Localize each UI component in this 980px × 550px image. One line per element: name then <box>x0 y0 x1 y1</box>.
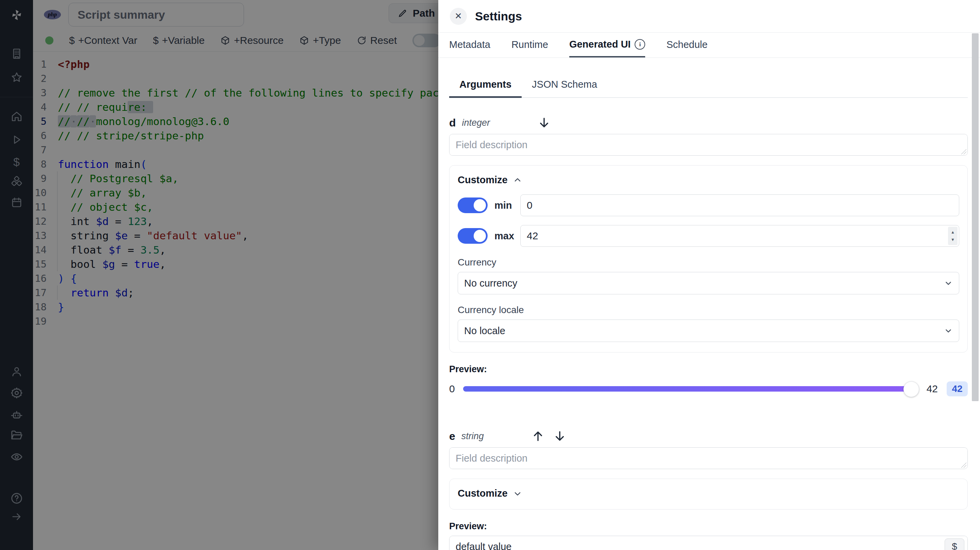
field-e-type: string <box>461 431 484 442</box>
tab-generated-ui[interactable]: Generated UI i <box>569 33 646 57</box>
chevron-up-icon <box>513 176 522 185</box>
min-row: min <box>458 195 959 216</box>
subtab-arguments[interactable]: Arguments <box>449 79 522 98</box>
field-e-header: e string <box>449 430 968 442</box>
chevron-down-icon <box>944 327 953 335</box>
field-d-name: d <box>449 117 456 129</box>
slider-track[interactable] <box>463 386 912 391</box>
settings-panel: ✕ Settings Metadata Runtime Generated UI… <box>438 0 980 550</box>
slider-value-label: 42 <box>927 383 938 395</box>
locale-selected-value: No locale <box>464 325 505 336</box>
field-d-description-input[interactable] <box>449 134 968 156</box>
field-e-name: e <box>449 430 455 442</box>
currency-select[interactable]: No currency <box>458 272 959 294</box>
slider-thumb[interactable] <box>904 381 919 397</box>
field-d-header: d integer <box>449 116 968 129</box>
field-d-customize-toggle[interactable]: Customize <box>458 174 959 185</box>
tab-schedule[interactable]: Schedule <box>666 33 708 57</box>
toggle-knob <box>474 199 486 211</box>
chevron-down-icon <box>944 279 953 288</box>
field-e-description-input[interactable] <box>449 447 968 469</box>
subtab-json-schema[interactable]: JSON Schema <box>522 79 608 98</box>
tab-generated-ui-label: Generated UI <box>569 39 631 50</box>
dollar-icon: $ <box>952 541 957 550</box>
field-d-customize-card: Customize min max ▲ ▼ <box>449 165 968 352</box>
currency-locale-select[interactable]: No locale <box>458 320 959 342</box>
chevron-down-icon <box>513 489 522 498</box>
settings-header: ✕ Settings <box>438 0 980 33</box>
number-spinner[interactable]: ▲ ▼ <box>948 227 958 245</box>
max-toggle[interactable] <box>458 228 488 244</box>
toggle-knob <box>474 230 486 242</box>
modal-overlay[interactable] <box>0 0 438 550</box>
field-e-customize-card: Customize <box>449 479 968 510</box>
max-row: max ▲ ▼ <box>458 225 959 247</box>
tab-metadata-label: Metadata <box>449 39 490 50</box>
close-button[interactable]: ✕ <box>450 8 467 25</box>
field-d-preview-slider: 0 42 42 <box>449 381 968 397</box>
tab-schedule-label: Schedule <box>666 39 708 50</box>
customize-label: Customize <box>458 488 508 499</box>
arguments-subtabs: Arguments JSON Schema <box>449 79 968 98</box>
arrow-down-icon <box>538 116 550 129</box>
arrow-down-icon <box>553 430 566 442</box>
tab-runtime-label: Runtime <box>511 39 548 50</box>
currency-locale-label: Currency locale <box>458 304 959 315</box>
field-e-preview-label: Preview: <box>449 521 968 532</box>
move-down-button[interactable] <box>553 430 566 442</box>
customize-label: Customize <box>458 174 508 185</box>
insert-variable-button[interactable]: $ <box>945 539 964 550</box>
panel-scrollbar[interactable] <box>972 33 978 401</box>
generated-ui-content: Arguments JSON Schema d integer Customiz… <box>438 79 980 550</box>
spinner-down-icon[interactable]: ▼ <box>951 238 955 242</box>
min-toggle[interactable] <box>458 198 488 213</box>
max-label: max <box>495 230 515 242</box>
min-value-input[interactable] <box>520 195 959 216</box>
field-e-customize-toggle[interactable]: Customize <box>458 488 959 499</box>
min-label: min <box>495 200 515 211</box>
settings-title: Settings <box>475 10 522 23</box>
tab-runtime[interactable]: Runtime <box>511 33 548 57</box>
field-d-type: integer <box>462 117 490 128</box>
arrow-up-icon <box>531 430 544 442</box>
slider-min-label: 0 <box>449 383 455 395</box>
max-value-input[interactable] <box>520 225 959 247</box>
settings-tabs: Metadata Runtime Generated UI i Schedule <box>438 33 980 58</box>
windmill-app: $ php <box>0 0 980 550</box>
tab-metadata[interactable]: Metadata <box>449 33 490 57</box>
info-icon: i <box>635 39 645 50</box>
move-up-button[interactable] <box>531 430 544 442</box>
slider-value-badge: 42 <box>947 381 968 396</box>
field-e-preview-input[interactable]: default value <box>449 536 968 550</box>
currency-selected-value: No currency <box>464 278 517 289</box>
field-d-preview-label: Preview: <box>449 364 968 375</box>
close-icon: ✕ <box>455 11 462 21</box>
move-down-button[interactable] <box>538 116 550 129</box>
spinner-up-icon[interactable]: ▲ <box>951 230 955 234</box>
currency-label: Currency <box>458 257 959 268</box>
